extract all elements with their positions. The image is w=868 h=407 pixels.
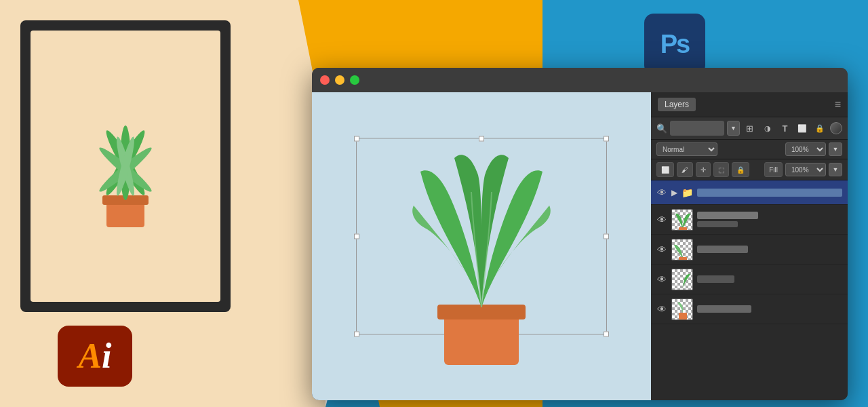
sel-handle-tl[interactable]	[354, 136, 359, 142]
ai-badge: Ai	[58, 326, 132, 387]
ps-window-body: Layers ≡ 🔍 ▼ ⊞ ◑ T ⬜ 🔒	[312, 92, 848, 400]
layers-tab[interactable]: Layers	[658, 98, 696, 111]
scene: Ai Ps	[0, 0, 868, 407]
layer-thumb-plant-2	[672, 239, 693, 260]
layer-sub-bar-1	[697, 221, 738, 227]
layer-visibility-icon-4[interactable]: 👁	[656, 304, 667, 315]
color-picker-icon[interactable]	[830, 122, 842, 134]
layer-thumb-1	[671, 209, 693, 231]
layer-thumb-plant-4	[672, 299, 693, 320]
layer-thumb-plant-3	[672, 269, 693, 290]
text-icon[interactable]: T	[778, 121, 793, 136]
layer-visibility-icon-2[interactable]: 👁	[656, 244, 667, 255]
sel-handle-ml[interactable]	[354, 234, 359, 239]
blending-mode-select[interactable]: Normal	[656, 142, 717, 156]
shape-icon[interactable]: ⬜	[795, 121, 810, 136]
layer-group-row[interactable]: 👁 ▶ 📁	[651, 180, 848, 205]
sel-handle-tr[interactable]	[604, 136, 609, 142]
lock-transparent-btn[interactable]: ⬜	[656, 162, 674, 177]
svg-rect-9	[444, 314, 519, 365]
layer-row-3[interactable]: 👁	[651, 265, 848, 294]
search-icon: 🔍	[656, 123, 667, 134]
layer-thumbnail-icon[interactable]: ⊞	[743, 121, 757, 136]
layer-thumb-4	[671, 298, 693, 320]
layer-row-1[interactable]: 👁	[651, 205, 848, 235]
fill-btn[interactable]: Fill	[764, 162, 783, 177]
fill-value[interactable]: 100%	[785, 163, 826, 176]
svg-rect-12	[679, 227, 687, 231]
ai-canvas	[31, 31, 220, 302]
plant-illustration-large	[373, 117, 590, 375]
search-input[interactable]	[670, 121, 724, 136]
opacity-select[interactable]: 100%	[785, 142, 826, 156]
expand-arrow-0[interactable]: ▶	[671, 188, 677, 197]
panel-toolbar-2: Normal 100% ▼	[651, 140, 848, 159]
layer-name-bar-4	[697, 305, 751, 313]
svg-rect-13	[679, 257, 687, 260]
layer-info-3	[697, 275, 842, 283]
sel-handle-br[interactable]	[604, 332, 609, 337]
layer-info-4	[697, 305, 842, 313]
ai-badge-text: Ai	[78, 338, 111, 374]
layer-info-1	[697, 212, 842, 227]
ps-badge-text: Ps	[660, 30, 689, 59]
layer-name-bar-1	[697, 212, 758, 219]
layer-visibility-icon-0[interactable]: 👁	[656, 187, 667, 198]
panel-toolbar-1: 🔍 ▼ ⊞ ◑ T ⬜ 🔒	[651, 117, 848, 140]
lock-position-btn[interactable]: ✛	[696, 162, 711, 177]
lock-artboard-btn[interactable]: ⬚	[713, 162, 729, 177]
dropdown-arrow[interactable]: ▼	[730, 125, 736, 132]
ps-panels: Layers ≡ 🔍 ▼ ⊞ ◑ T ⬜ 🔒	[651, 92, 848, 400]
lock-paint-btn[interactable]: 🖌	[677, 162, 693, 177]
lock-all-btn[interactable]: 🔒	[732, 162, 749, 177]
window-maximize-dot[interactable]	[350, 75, 359, 85]
layer-thumb-plant-1	[672, 210, 693, 231]
fill-dropdown[interactable]: ▼	[833, 166, 839, 173]
layer-name-bar-2	[697, 246, 748, 253]
ps-badge: Ps	[644, 14, 705, 75]
lock-icon[interactable]: 🔒	[812, 121, 827, 136]
window-minimize-dot[interactable]	[335, 75, 344, 85]
layer-type-icon[interactable]: ◑	[760, 121, 775, 136]
panel-header: Layers ≡	[651, 92, 848, 117]
layer-visibility-icon-1[interactable]: 👁	[656, 214, 667, 225]
layer-info-2	[697, 246, 842, 253]
layer-visibility-icon-3[interactable]: 👁	[656, 274, 667, 285]
layer-row-2[interactable]: 👁	[651, 235, 848, 265]
plant-illustration-small	[71, 95, 180, 237]
ps-titlebar	[312, 68, 848, 92]
folder-icon-0: 📁	[682, 187, 693, 198]
layer-name-bar-3	[697, 275, 734, 283]
layer-thumb-2	[671, 239, 693, 260]
ps-window: Layers ≡ 🔍 ▼ ⊞ ◑ T ⬜ 🔒	[312, 68, 848, 400]
window-close-dot[interactable]	[320, 75, 330, 85]
ai-window	[20, 20, 231, 312]
svg-rect-14	[679, 313, 687, 319]
opacity-dropdown[interactable]: ▼	[833, 146, 839, 153]
layer-row-4[interactable]: 👁	[651, 294, 848, 324]
sel-handle-bl[interactable]	[354, 332, 359, 337]
layer-name-bar-0	[697, 189, 842, 197]
panel-menu-icon[interactable]: ≡	[835, 98, 841, 111]
ps-canvas	[312, 92, 651, 400]
panel-toolbar-3: ⬜ 🖌 ✛ ⬚ 🔒 Fill 100% ▼	[651, 159, 848, 180]
layer-thumb-3	[671, 269, 693, 290]
sel-handle-mr[interactable]	[604, 234, 609, 239]
layers-list: 👁 ▶ 📁 👁	[651, 180, 848, 400]
